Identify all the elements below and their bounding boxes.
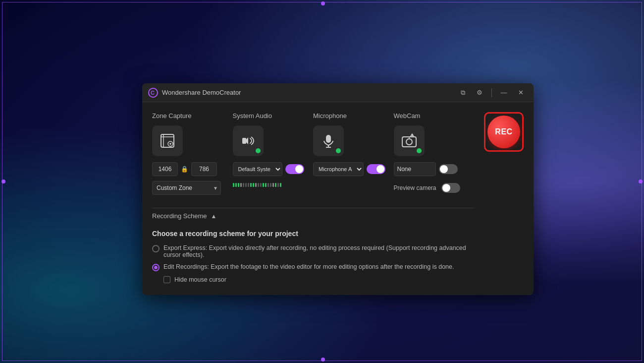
webcam-icon-btn[interactable] [394,125,425,156]
recording-scheme-row: Recording Scheme ▲ [152,208,474,224]
rec-button[interactable]: REC [487,116,520,148]
audio-bar-8 [250,183,252,187]
app-title: Wondershare DemoCreator [162,89,241,96]
webcam-group: WebCam [394,112,475,200]
settings-button[interactable]: ⚙ [473,86,486,100]
audio-bar-2 [235,183,237,187]
svg-rect-4 [242,138,246,144]
audio-bar-15 [268,183,269,187]
system-audio-group: System Audio Defa [233,112,314,200]
audio-bar-11 [258,183,259,187]
audio-level-bars [233,183,281,187]
edit-recordings-option[interactable]: Edit Recordings: Export the footage to t… [152,263,474,271]
preview-camera-label: Preview camera [394,184,436,191]
audio-bar-16 [270,183,271,187]
microphone-icon-btn[interactable] [313,125,344,156]
audio-bar-17 [272,183,274,187]
microphone-group: Microphone Microp [313,112,394,200]
zone-capture-group: Zone Capture 🔒 [152,112,233,200]
webcam-select-row: None USB Camera [394,162,458,176]
edit-recordings-radio[interactable] [152,264,160,271]
title-left: C Wondershare DemoCreator [148,88,241,98]
corner-dot-bottom [321,358,325,362]
system-audio-icon-btn[interactable] [233,125,264,156]
export-express-radio[interactable] [152,245,160,252]
system-audio-icon [240,133,256,149]
audio-bar-19 [277,183,279,187]
microphone-toggle[interactable] [367,164,385,174]
edit-recordings-label: Edit Recordings: Export the footage to t… [163,263,454,270]
svg-text:C: C [151,90,155,96]
audio-bar-6 [245,183,247,187]
hide-cursor-row[interactable]: Hide mouse cursor [163,276,474,283]
zone-select[interactable]: Custom Zone Full Screen Application Wind… [152,181,221,195]
lock-icon: 🔒 [181,166,188,173]
system-audio-toggle[interactable] [285,164,304,174]
audio-bar-9 [253,183,254,187]
rec-button-wrapper: REC [479,112,524,152]
webcam-select[interactable]: None USB Camera [394,162,436,176]
zone-capture-label: Zone Capture [152,112,192,120]
system-audio-select[interactable]: Default Syste Speakers [233,162,282,176]
recording-scheme-label: Recording Scheme [152,212,207,220]
controls-area: Zone Capture 🔒 [152,112,474,283]
svg-rect-5 [326,135,331,143]
audio-bar-10 [255,183,257,187]
top-row: Zone Capture 🔒 [152,112,524,283]
zone-capture-icon [160,133,175,149]
audio-bar-12 [260,183,262,187]
minimize-button[interactable]: — [497,86,511,100]
rec-label: REC [495,127,512,136]
audio-bar-20 [280,183,281,187]
preview-camera-row: Preview camera [394,183,460,193]
dimension-row: 🔒 [152,162,217,176]
main-content: Zone Capture 🔒 [142,102,534,295]
audio-bar-3 [238,183,239,187]
webcam-label: WebCam [394,112,421,120]
audio-bar-13 [263,183,264,187]
close-button[interactable]: ✕ [514,86,528,100]
audio-bar-14 [265,183,267,187]
hide-cursor-label: Hide mouse cursor [174,276,226,283]
microphone-status [336,148,341,153]
zone-selector-row: Custom Zone Full Screen Application Wind… [152,181,221,195]
title-controls: ⧉ ⚙ — ✕ [456,86,528,100]
system-audio-select-row: Default Syste Speakers [233,162,304,176]
svg-point-9 [406,139,412,145]
audio-bar-7 [248,183,249,187]
zone-select-wrapper: Custom Zone Full Screen Application Wind… [152,181,221,195]
title-separator [491,88,492,97]
rec-button-outer[interactable]: REC [484,112,524,152]
title-bar: C Wondershare DemoCreator ⧉ ⚙ — ✕ [142,83,534,102]
app-window: C Wondershare DemoCreator ⧉ ⚙ — ✕ Zone C… [142,83,534,295]
audio-bar-18 [275,183,276,187]
audio-bar-1 [233,183,234,187]
restore-button[interactable]: ⧉ [456,86,470,100]
section-labels-row: Zone Capture 🔒 [152,112,474,200]
preview-camera-toggle[interactable] [441,183,460,193]
export-express-label: Export Express: Export video directly af… [163,244,474,258]
height-input[interactable] [191,162,217,176]
corner-dot-right [639,180,643,183]
microphone-icon [321,133,336,149]
microphone-label: Microphone [313,112,347,120]
system-audio-status [256,148,261,153]
app-logo: C [148,88,158,98]
microphone-select-row: Microphone A None [313,162,385,176]
webcam-status [417,148,422,153]
width-input[interactable] [152,162,178,176]
scheme-arrow-icon: ▲ [211,213,217,220]
microphone-select[interactable]: Microphone A None [313,162,364,176]
audio-bar-4 [240,183,242,187]
corner-dot-top [321,1,325,5]
audio-bar-5 [243,183,244,187]
export-express-option[interactable]: Export Express: Export video directly af… [152,244,474,258]
hide-cursor-checkbox[interactable] [163,276,170,283]
system-audio-label: System Audio [233,112,272,120]
choose-scheme-text: Choose a recording scheme for your proje… [152,230,474,238]
webcam-toggle[interactable] [439,164,458,174]
zone-capture-icon-btn[interactable] [152,125,183,156]
corner-dot-left [1,180,5,183]
webcam-icon [401,133,417,149]
